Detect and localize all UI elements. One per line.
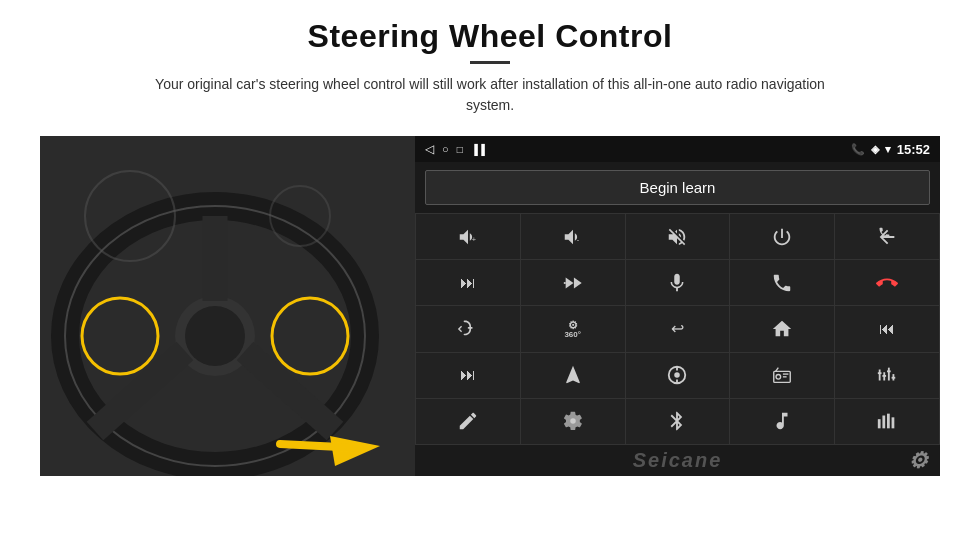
back-button[interactable]: ↩: [626, 306, 730, 351]
skip-next-button[interactable]: ⏭: [416, 260, 520, 305]
head-unit: ◁ ○ □ ▐▐ 📞 ◈ ▾ 15:52 Begin learn: [415, 136, 940, 476]
wifi-icon: ▾: [885, 143, 891, 156]
svg-rect-36: [883, 416, 886, 429]
content-row: ◁ ○ □ ▐▐ 📞 ◈ ▾ 15:52 Begin learn: [40, 136, 940, 476]
skip-forward-button[interactable]: ⏭: [416, 353, 520, 398]
status-bar: ◁ ○ □ ▐▐ 📞 ◈ ▾ 15:52: [415, 136, 940, 162]
phone-prev-button[interactable]: [835, 214, 939, 259]
svg-point-4: [185, 306, 245, 366]
edit-button[interactable]: [416, 399, 520, 444]
svg-text:+: +: [472, 234, 476, 243]
skip-back-button[interactable]: ⏮: [835, 306, 939, 351]
call-button[interactable]: [730, 260, 834, 305]
page-subtitle: Your original car's steering wheel contr…: [140, 74, 840, 116]
status-bar-left: ◁ ○ □ ▐▐: [425, 142, 485, 156]
volume-up-button[interactable]: +: [416, 214, 520, 259]
home-button[interactable]: [730, 306, 834, 351]
fast-fwd-button[interactable]: [521, 260, 625, 305]
phone-status-icon: 📞: [851, 143, 865, 156]
audio-levels-button[interactable]: [835, 399, 939, 444]
settings-button[interactable]: [521, 399, 625, 444]
source-button[interactable]: [626, 353, 730, 398]
svg-text:-: -: [576, 234, 579, 243]
radio-button[interactable]: [730, 353, 834, 398]
svg-line-13: [280, 444, 360, 448]
status-bar-right: 📞 ◈ ▾ 15:52: [851, 142, 930, 157]
controls-grid: + - ⏭: [415, 213, 940, 445]
volume-down-button[interactable]: -: [521, 214, 625, 259]
bluetooth-button[interactable]: [626, 399, 730, 444]
microphone-button[interactable]: [626, 260, 730, 305]
end-call-button[interactable]: [835, 260, 939, 305]
svg-rect-38: [892, 418, 895, 429]
signal-icon: ▐▐: [471, 144, 485, 155]
power-button[interactable]: [730, 214, 834, 259]
page-title: Steering Wheel Control: [140, 18, 840, 55]
location-icon: ◈: [871, 143, 879, 156]
page-wrapper: Steering Wheel Control Your original car…: [0, 0, 980, 548]
svg-rect-35: [878, 420, 881, 429]
clock: 15:52: [897, 142, 930, 157]
title-section: Steering Wheel Control Your original car…: [140, 18, 840, 130]
gear-icon[interactable]: ⚙: [908, 448, 930, 474]
begin-learn-button[interactable]: Begin learn: [425, 170, 930, 205]
svg-rect-37: [887, 414, 890, 429]
watermark-bar: Seicane ⚙: [415, 445, 940, 476]
navigation-button[interactable]: [521, 353, 625, 398]
music-button[interactable]: [730, 399, 834, 444]
steering-wheel-image: [40, 136, 415, 476]
view-360-button[interactable]: ⚙ 360°: [521, 306, 625, 351]
recent-nav-icon[interactable]: □: [457, 144, 463, 155]
speaker-button[interactable]: [416, 306, 520, 351]
mute-button[interactable]: [626, 214, 730, 259]
back-nav-icon[interactable]: ◁: [425, 142, 434, 156]
title-divider: [470, 61, 510, 64]
home-nav-icon[interactable]: ○: [442, 143, 449, 155]
svg-point-22: [776, 375, 781, 380]
seicane-watermark-text: Seicane: [633, 449, 723, 471]
svg-point-18: [675, 372, 681, 378]
equalizer-button[interactable]: [835, 353, 939, 398]
begin-learn-row: Begin learn: [415, 162, 940, 213]
